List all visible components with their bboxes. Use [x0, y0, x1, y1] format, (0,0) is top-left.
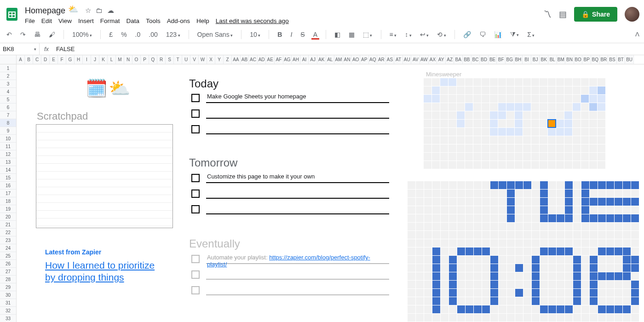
row-16[interactable]: 16 — [0, 182, 16, 190]
doc-title[interactable]: Homepage — [25, 6, 65, 16]
mine-cell[interactable] — [490, 86, 498, 94]
mine-cell[interactable] — [556, 78, 564, 86]
row-20[interactable]: 20 — [0, 213, 16, 221]
row-13[interactable]: 13 — [0, 158, 16, 166]
link-icon[interactable]: 🔗 — [461, 29, 473, 40]
row-4[interactable]: 4 — [0, 88, 16, 96]
mine-cell[interactable] — [473, 86, 481, 94]
mine-cell[interactable] — [506, 103, 514, 111]
mine-cell[interactable] — [424, 120, 431, 127]
mine-cell[interactable] — [581, 95, 589, 103]
row-32[interactable]: 32 — [0, 307, 16, 315]
mine-cell[interactable] — [573, 86, 581, 94]
mine-cell[interactable] — [490, 120, 498, 127]
mine-cell[interactable] — [548, 86, 556, 94]
mine-cell[interactable] — [457, 128, 465, 136]
mine-cell[interactable] — [424, 111, 431, 119]
col-BD[interactable]: BD — [480, 55, 489, 64]
mine-cell[interactable] — [440, 128, 448, 136]
mine-cell[interactable] — [498, 86, 506, 94]
mine-cell[interactable] — [581, 78, 589, 86]
row-29[interactable]: 29 — [0, 283, 16, 291]
col-BK[interactable]: BK — [540, 55, 548, 64]
mine-cell[interactable] — [515, 144, 523, 152]
mine-cell[interactable] — [540, 86, 547, 94]
col-D[interactable]: D — [41, 55, 50, 64]
mine-cell[interactable] — [440, 86, 448, 94]
mine-cell[interactable] — [457, 86, 465, 94]
mine-cell[interactable] — [548, 95, 556, 103]
mine-cell[interactable] — [490, 136, 498, 144]
eventually-checkbox-0[interactable] — [191, 255, 200, 263]
mine-cell[interactable] — [564, 95, 572, 103]
undo-icon[interactable]: ↶ — [5, 29, 14, 40]
mine-cell[interactable] — [473, 136, 481, 144]
mine-cell[interactable] — [432, 95, 440, 103]
sheet-canvas[interactable]: 🗓️ ⛅ Scratchpad Today Make Google Sheets… — [17, 64, 644, 322]
chart-icon[interactable]: 📊 — [492, 29, 504, 40]
eventually-checkbox-2[interactable] — [191, 286, 200, 294]
mine-cell[interactable] — [440, 78, 448, 86]
col-AL[interactable]: AL — [326, 55, 335, 64]
mine-cell[interactable] — [482, 78, 489, 86]
mine-cell[interactable] — [564, 153, 572, 161]
col-BC[interactable]: BC — [472, 55, 480, 64]
col-Y[interactable]: Y — [215, 55, 224, 64]
mine-cell[interactable] — [490, 161, 498, 169]
mine-cell[interactable] — [523, 78, 531, 86]
col-W[interactable]: W — [199, 55, 207, 64]
tomorrow-task-1[interactable] — [206, 189, 389, 199]
mine-cell[interactable] — [424, 86, 431, 94]
share-button[interactable]: 🔒 Share — [574, 7, 617, 22]
mine-cell[interactable] — [564, 103, 572, 111]
mine-cell[interactable] — [490, 153, 498, 161]
mine-cell[interactable] — [548, 78, 556, 86]
col-BR[interactable]: BR — [600, 55, 609, 64]
increase-decimal-icon[interactable]: .00 — [147, 29, 159, 40]
mine-cell[interactable] — [531, 153, 539, 161]
mine-cell[interactable] — [424, 78, 431, 86]
col-J[interactable]: J — [91, 55, 99, 64]
mine-cell[interactable] — [465, 86, 473, 94]
mine-cell[interactable] — [531, 120, 539, 127]
mine-cell[interactable] — [465, 95, 473, 103]
fill-color-icon[interactable]: ◧ — [333, 29, 342, 40]
col-BE[interactable]: BE — [489, 55, 497, 64]
col-AW[interactable]: AW — [420, 55, 429, 64]
row-19[interactable]: 19 — [0, 205, 16, 213]
col-AO[interactable]: AO — [351, 55, 360, 64]
move-icon[interactable]: 🗀 — [96, 6, 103, 15]
menu-add-ons[interactable]: Add-ons — [167, 17, 190, 24]
v-align-icon[interactable]: ↕ — [403, 29, 414, 40]
mine-cell[interactable] — [589, 86, 597, 94]
mine-cell[interactable] — [448, 103, 456, 111]
menu-help[interactable]: Help — [196, 17, 209, 24]
col-AH[interactable]: AH — [292, 55, 300, 64]
mine-cell[interactable] — [515, 120, 523, 127]
mine-cell[interactable] — [556, 103, 564, 111]
mine-cell[interactable] — [548, 153, 556, 161]
scratchpad-area[interactable] — [36, 124, 173, 228]
col-F[interactable]: F — [58, 55, 66, 64]
mine-cell[interactable] — [515, 103, 523, 111]
mine-cell[interactable] — [598, 95, 605, 103]
mine-cell[interactable] — [482, 86, 489, 94]
menu-insert[interactable]: Insert — [78, 17, 94, 24]
comment-icon[interactable]: 🗨 — [477, 29, 488, 40]
mine-cell[interactable] — [523, 103, 531, 111]
redo-icon[interactable]: ↷ — [18, 29, 28, 40]
avatar[interactable] — [625, 7, 639, 22]
col-AU[interactable]: AU — [403, 55, 412, 64]
mine-cell[interactable] — [573, 95, 581, 103]
font-family-dropdown[interactable]: Open Sans — [196, 29, 235, 40]
mine-cell[interactable] — [432, 103, 440, 111]
col-AQ[interactable]: AQ — [369, 55, 378, 64]
col-BT[interactable]: BT — [617, 55, 626, 64]
mine-cell[interactable] — [424, 128, 431, 136]
mine-cell[interactable] — [440, 153, 448, 161]
mine-cell[interactable] — [548, 111, 556, 119]
minesweeper-grid[interactable] — [424, 78, 605, 169]
col-A[interactable]: A — [17, 55, 25, 64]
select-all-cell[interactable] — [0, 55, 17, 64]
row-23[interactable]: 23 — [0, 236, 16, 244]
